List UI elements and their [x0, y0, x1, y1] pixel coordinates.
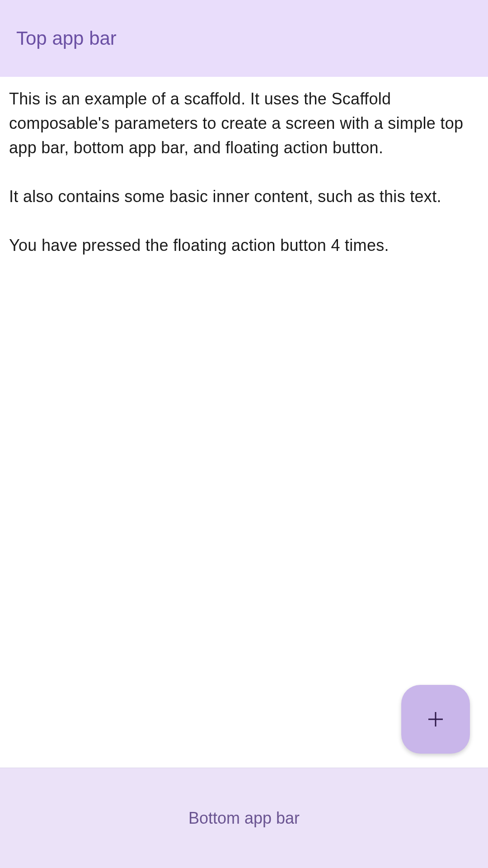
add-icon [427, 711, 444, 727]
bottom-app-bar: Bottom app bar [0, 768, 488, 868]
top-app-bar-title: Top app bar [16, 28, 117, 49]
top-app-bar: Top app bar [0, 0, 488, 77]
bottom-app-bar-title: Bottom app bar [188, 809, 300, 828]
floating-action-button[interactable] [401, 685, 470, 754]
content-body-text: This is an example of a scaffold. It use… [9, 87, 479, 258]
content-area: This is an example of a scaffold. It use… [0, 77, 488, 768]
